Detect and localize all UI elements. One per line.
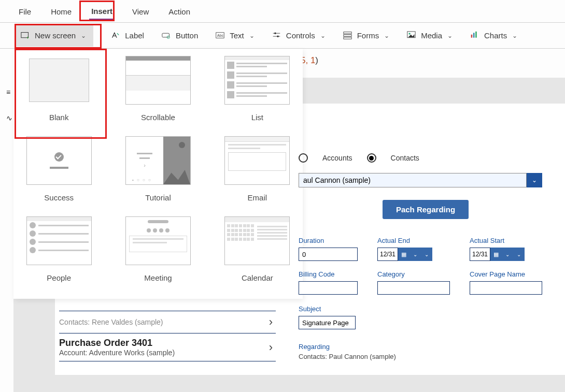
svg-point-10 [277, 36, 278, 37]
chevron-down-icon: ⌄ [81, 32, 86, 39]
gallery-email-label: Email [218, 193, 296, 202]
radio-contacts[interactable] [367, 153, 376, 163]
radio-accounts[interactable] [299, 153, 308, 163]
thumb-email [224, 136, 290, 185]
charts-label: Charts [484, 31, 507, 40]
list-peek: Contacts: Rene Valdes (sample) › Purchas… [59, 311, 276, 361]
hour-select[interactable]: ⌄ [409, 248, 421, 261]
ribbon: + New screen ⌄ Label Button Abc Text ⌄ C… [0, 23, 565, 49]
forms-button[interactable]: Forms ⌄ [343, 31, 390, 40]
svg-line-2 [117, 33, 119, 35]
new-screen-gallery: Blank Scrollable List Success › [13, 49, 303, 299]
gallery-list-label: List [218, 113, 296, 122]
gallery-calendar[interactable]: Calendar [218, 216, 296, 282]
svg-rect-16 [471, 35, 473, 38]
svg-point-8 [274, 33, 276, 34]
gallery-blank[interactable]: Blank [20, 56, 98, 122]
category-input[interactable] [377, 281, 450, 295]
chevron-down-icon: ⌄ [384, 32, 389, 39]
gallery-meeting-label: Meeting [119, 273, 197, 282]
media-label: Media [421, 31, 442, 40]
controls-icon [272, 31, 281, 40]
thumb-calendar [224, 216, 290, 265]
menu-action[interactable]: Action [166, 3, 192, 19]
gallery-scrollable[interactable]: Scrollable [119, 56, 197, 122]
svg-rect-3 [162, 33, 170, 37]
gallery-scrollable-label: Scrollable [119, 113, 197, 122]
controls-button[interactable]: Controls ⌄ [272, 31, 326, 40]
regarding-value: Contacts: Paul Cannon (sample) [299, 353, 553, 360]
button-button[interactable]: Button [162, 31, 198, 40]
menu-insert[interactable]: Insert [89, 3, 115, 20]
new-screen-button[interactable]: + New screen ⌄ [16, 25, 93, 47]
label-label: Label [125, 31, 144, 40]
charts-button[interactable]: Charts ⌄ [470, 31, 517, 40]
regarding-label: Regarding [299, 343, 553, 351]
thumb-list [224, 56, 290, 105]
hour-select[interactable]: ⌄ [502, 248, 513, 261]
actual-end-label: Actual End [377, 237, 450, 244]
svg-rect-11 [344, 32, 351, 34]
actual-start-input[interactable]: ▦ ⌄⌄ [470, 248, 542, 261]
gallery-list[interactable]: List [218, 56, 296, 122]
chevron-down-icon: ⌄ [447, 32, 453, 39]
actual-end-input[interactable]: ▦ ⌄⌄ [377, 248, 450, 261]
list-row-1[interactable]: Contacts: Rene Valdes (sample) › [59, 311, 276, 333]
svg-rect-18 [475, 32, 477, 38]
gallery-email[interactable]: Email [218, 136, 296, 202]
chevron-down-icon[interactable]: ⌄ [527, 173, 542, 187]
forms-icon [343, 31, 352, 40]
patch-regarding-button[interactable]: Pach Regarding [383, 200, 469, 219]
label-button[interactable]: Label [111, 31, 144, 40]
thumb-success [26, 136, 92, 185]
gallery-blank-label: Blank [20, 113, 98, 122]
contact-combo[interactable]: aul Cannon (sample) ⌄ [299, 173, 542, 187]
text-button[interactable]: Abc Text ⌄ [216, 31, 255, 40]
chevron-down-icon: ⌄ [249, 32, 255, 39]
duration-label: Duration [299, 237, 358, 244]
chevron-right-icon: › [269, 341, 276, 354]
billing-code-label: Billing Code [299, 270, 358, 278]
actual-start-label: Actual Start [470, 237, 542, 244]
gallery-calendar-label: Calendar [218, 273, 296, 282]
label-icon [111, 31, 120, 40]
gallery-tutorial-label: Tutorial [119, 193, 197, 202]
charts-icon [470, 31, 479, 40]
gallery-success[interactable]: Success [20, 136, 98, 202]
duration-input[interactable] [299, 248, 358, 261]
svg-text:+: + [26, 35, 29, 40]
thumb-people [26, 216, 92, 265]
text-label: Text [230, 31, 244, 40]
tree-toggle2[interactable]: ∿ [6, 114, 12, 122]
text-icon: Abc [216, 31, 224, 40]
gallery-people[interactable]: People [20, 216, 98, 282]
calendar-icon[interactable]: ▦ [398, 248, 409, 261]
svg-text:Abc: Abc [217, 34, 223, 37]
controls-label: Controls [286, 31, 315, 40]
thumb-meeting [125, 216, 191, 265]
chevron-down-icon: ⌄ [512, 32, 517, 39]
radio-contacts-label: Contacts [391, 154, 419, 162]
menu-bar: File Home Insert View Action [0, 0, 565, 23]
gallery-meeting[interactable]: Meeting [119, 216, 197, 282]
min-select[interactable]: ⌄ [513, 248, 525, 261]
gallery-tutorial[interactable]: › • ○ ○ ○ Tutorial [119, 136, 197, 202]
menu-home[interactable]: Home [49, 3, 74, 19]
svg-rect-13 [344, 37, 351, 39]
subject-input[interactable] [299, 316, 356, 329]
menu-view[interactable]: View [130, 3, 151, 19]
menu-file[interactable]: File [17, 3, 33, 19]
list-row-2[interactable]: Purchase Order 3401 Account: Adventure W… [59, 333, 276, 361]
radio-accounts-label: Accounts [322, 154, 352, 162]
calendar-icon[interactable]: ▦ [490, 248, 502, 261]
screen-icon: + [21, 31, 30, 40]
combo-value[interactable]: aul Cannon (sample) [299, 173, 527, 187]
media-button[interactable]: Media ⌄ [407, 31, 453, 40]
chevron-down-icon: ⌄ [320, 32, 326, 39]
thumb-scrollable [125, 56, 191, 105]
billing-code-input[interactable] [299, 281, 358, 295]
min-select[interactable]: ⌄ [421, 248, 432, 261]
tree-toggle[interactable]: ≡ [6, 88, 10, 96]
cover-page-input[interactable] [470, 281, 542, 295]
subject-label: Subject [299, 305, 553, 313]
